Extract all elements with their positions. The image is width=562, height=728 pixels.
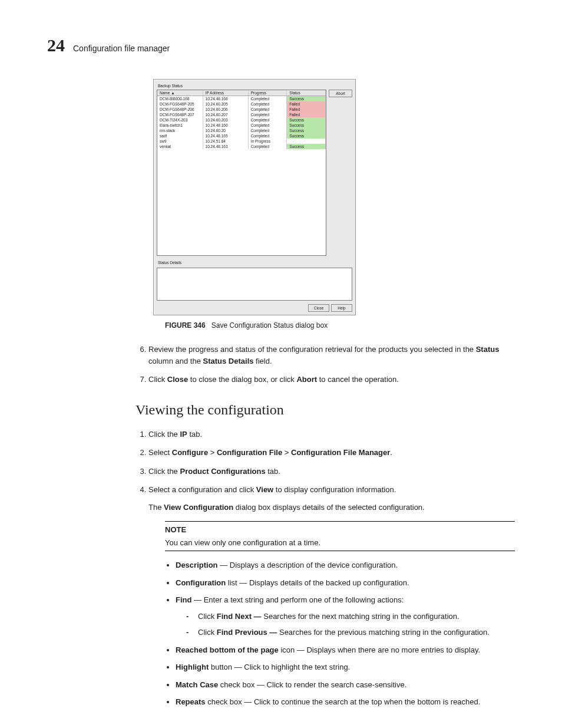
step-b2: Select Configure > Configuration File > … xyxy=(148,447,515,459)
dash-find-next: Click Find Next — Searches for the next … xyxy=(186,611,515,622)
status-details-box xyxy=(157,268,352,301)
backup-status-label: Backup Status xyxy=(157,83,352,90)
dash-find-previous: Click Find Previous — Searches for the p… xyxy=(186,627,515,638)
steps-list-a: Review the progress and status of the co… xyxy=(135,344,515,386)
col-ip[interactable]: IP Address xyxy=(203,90,248,96)
backup-status-table: Name ▲ IP Address Progress Status DCM-BI… xyxy=(157,90,326,256)
bullet-list: Description — Displays a description of … xyxy=(165,559,515,708)
step-b4: Select a configuration and click View to… xyxy=(148,484,515,708)
bullet-find: Find — Enter a text string and perform o… xyxy=(176,594,515,638)
table-row[interactable]: DCM-TI24X-20310.24.60.203CompletedSucces… xyxy=(157,117,326,123)
col-progress[interactable]: Progress xyxy=(248,90,287,96)
bullet-repeats: Repeats check box — Click to continue th… xyxy=(176,696,515,708)
bullet-description: Description — Displays a description of … xyxy=(176,559,515,571)
note-label: NOTE xyxy=(165,524,515,536)
help-button[interactable]: Help xyxy=(331,304,352,312)
close-button[interactable]: Close xyxy=(308,304,329,312)
figure-caption: FIGURE 346 Save Configuration Status dia… xyxy=(165,321,515,330)
heading-viewing-configuration: Viewing the configuration xyxy=(135,402,515,418)
table-row[interactable]: mn-stack10.24.60.20CompletedSuccess xyxy=(157,128,326,133)
note-text: You can view only one configuration at a… xyxy=(165,537,515,549)
table-row[interactable]: Elara-switch110.24.48.160CompletedSucces… xyxy=(157,123,326,128)
status-details-label: Status Details xyxy=(157,259,352,266)
bullet-match-case: Match Case check box — Click to render t… xyxy=(176,679,515,691)
figure-text: Save Configuration Status dialog box xyxy=(211,321,328,330)
steps-list-b: Click the IP tab. Select Configure > Con… xyxy=(135,429,515,708)
step-b3: Click the Product Configurations tab. xyxy=(148,466,515,477)
table-row[interactable]: DCM-FGS648P-20710.24.60.207CompletedFail… xyxy=(157,112,326,117)
table-row[interactable]: venkat10.24.48.163CompletedSuccess xyxy=(157,144,326,149)
page-number: 24 xyxy=(47,35,65,55)
step-b1: Click the IP tab. xyxy=(148,429,515,440)
table-row[interactable]: DCM-FGS648P-20610.24.60.206CompletedFail… xyxy=(157,107,326,112)
bullet-configuration: Configuration list — Displays details of… xyxy=(176,577,515,589)
table-row[interactable]: sw910.24.51.84In Progress xyxy=(157,139,326,144)
save-config-status-dialog: Backup Status Name ▲ IP Address Progress… xyxy=(153,79,356,315)
bullet-reached-bottom: Reached bottom of the page icon — Displa… xyxy=(176,644,515,656)
step-7: Click Close to close the dialog box, or … xyxy=(148,374,515,386)
section-title: Configuration file manager xyxy=(73,44,170,53)
table-row[interactable]: DCM-FGS648P-20510.24.60.205CompletedFail… xyxy=(157,101,326,107)
table-header-row: Name ▲ IP Address Progress Status xyxy=(157,90,326,96)
table-row[interactable]: DCM-BI8000-16810.24.48.168CompletedSucce… xyxy=(157,96,326,102)
step-6: Review the progress and status of the co… xyxy=(148,344,515,367)
col-name[interactable]: Name ▲ xyxy=(157,90,203,96)
bullet-highlight: Highlight button — Click to highlight th… xyxy=(176,661,515,673)
table-row[interactable]: sadf10.24.48.165CompletedSuccess xyxy=(157,133,326,139)
col-status[interactable]: Status xyxy=(287,90,326,96)
page-header: 24 Configuration file manager xyxy=(47,35,515,55)
note-block: NOTE You can view only one configuration… xyxy=(165,521,515,551)
figure-label: FIGURE 346 xyxy=(165,321,206,330)
abort-button[interactable]: Abort xyxy=(329,90,352,97)
